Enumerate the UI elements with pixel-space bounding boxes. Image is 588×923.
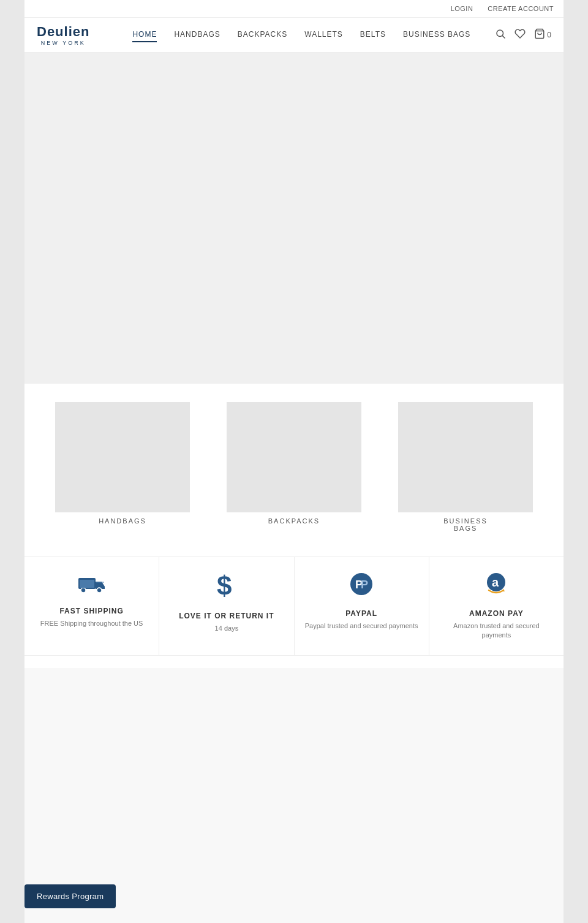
nav-business-bags[interactable]: BUSINESS BAGS xyxy=(403,28,470,42)
category-handbags[interactable]: HANDBAGS xyxy=(55,402,190,532)
paypal-desc: Paypal trusted and secured payments xyxy=(305,621,418,631)
nav-home[interactable]: HOME xyxy=(132,28,157,42)
return-title: LOVE IT OR RETURN IT xyxy=(179,612,274,620)
header: Deulien NEW YORK HOME HANDBAGS BACKPACKS… xyxy=(24,18,564,53)
nav-wallets[interactable]: WALLETS xyxy=(304,28,343,42)
svg-line-1 xyxy=(503,36,505,38)
business-bags-label: BUSINESS BAGS xyxy=(443,517,488,532)
feature-shipping: FAST SHIPPING FREE Shipping throughout t… xyxy=(24,557,159,655)
nav-belts[interactable]: BELTS xyxy=(360,28,386,42)
paypal-title: PAYPAL xyxy=(345,609,377,618)
feature-amazon: a AMAZON PAY Amazon trusted and secured … xyxy=(429,557,564,655)
logo[interactable]: Deulien NEW YORK xyxy=(37,24,89,46)
features-section: FAST SHIPPING FREE Shipping throughout t… xyxy=(24,556,564,656)
backpacks-image xyxy=(227,402,361,512)
header-icons: 0 xyxy=(495,28,551,42)
hero-banner xyxy=(24,53,564,384)
handbags-image xyxy=(55,402,190,512)
business-bags-image xyxy=(398,402,533,512)
logo-text: Deulien xyxy=(37,24,89,40)
cart-icon-wrapper[interactable]: 0 xyxy=(534,28,551,42)
amazon-desc: Amazon trusted and secured payments xyxy=(439,621,554,640)
svg-text:P: P xyxy=(361,579,368,591)
category-backpacks[interactable]: BACKPACKS xyxy=(227,402,361,532)
rewards-program-button[interactable]: Rewards Program xyxy=(24,884,116,908)
svg-rect-6 xyxy=(80,580,94,588)
handbags-label: HANDBAGS xyxy=(99,517,146,525)
backpacks-label: BACKPACKS xyxy=(268,517,320,525)
svg-point-5 xyxy=(97,588,102,593)
svg-text:a: a xyxy=(492,575,499,589)
shipping-title: FAST SHIPPING xyxy=(59,607,123,615)
amazon-title: AMAZON PAY xyxy=(469,609,524,618)
category-business-bags[interactable]: BUSINESS BAGS xyxy=(398,402,533,532)
return-desc: 14 days xyxy=(215,624,239,633)
feature-return: $ LOVE IT OR RETURN IT 14 days xyxy=(159,557,294,655)
svg-point-4 xyxy=(81,588,86,593)
create-account-link[interactable]: CREATE ACCOUNT xyxy=(488,5,554,12)
svg-text:$: $ xyxy=(217,572,232,599)
feature-paypal: P P PAYPAL Paypal trusted and secured pa… xyxy=(295,557,429,655)
main-nav: HOME HANDBAGS BACKPACKS WALLETS BELTS BU… xyxy=(108,28,495,42)
search-icon[interactable] xyxy=(495,28,506,42)
logo-subtitle: NEW YORK xyxy=(37,40,89,46)
nav-handbags[interactable]: HANDBAGS xyxy=(174,28,220,42)
wishlist-icon[interactable] xyxy=(514,28,526,42)
truck-icon xyxy=(78,572,105,599)
nav-backpacks[interactable]: BACKPACKS xyxy=(238,28,287,42)
paypal-icon: P P xyxy=(349,572,374,602)
cart-count: 0 xyxy=(547,31,551,39)
amazon-icon: a xyxy=(483,572,510,602)
top-bar: LOGIN CREATE ACCOUNT xyxy=(24,0,564,18)
dollar-icon: $ xyxy=(216,572,238,604)
category-section: HANDBAGS BACKPACKS BUSINESS BAGS xyxy=(24,384,564,544)
shipping-desc: FREE Shipping throughout the US xyxy=(40,619,143,628)
login-link[interactable]: LOGIN xyxy=(451,5,473,12)
cart-icon xyxy=(534,28,545,42)
svg-point-0 xyxy=(497,30,503,37)
